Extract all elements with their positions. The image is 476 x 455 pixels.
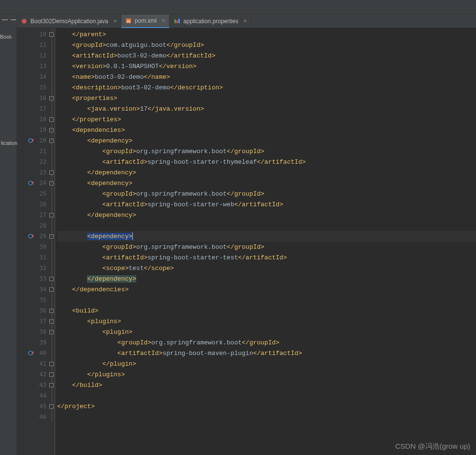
code-line[interactable]: </properties> [57,114,476,125]
code-line[interactable]: </project> [57,401,476,412]
code-line[interactable]: </dependency> [57,167,476,178]
code-line[interactable]: <artifactId>spring-boot-starter-test</ar… [57,252,476,263]
svg-text:m: m [127,19,130,24]
svg-point-9 [29,351,32,355]
fold-collapse-icon[interactable]: − [49,128,54,132]
dependency-marker-icon[interactable] [28,137,35,144]
svg-point-6 [29,139,32,142]
line-number: 17 [17,103,48,114]
code-line[interactable]: </dependency> [57,273,476,284]
fold-cell: − [48,231,55,242]
line-number: 45 [17,401,48,412]
close-icon[interactable]: ✕ [113,18,117,24]
xml-tag: </dependencies> [72,286,129,293]
code-line[interactable]: <groupId>org.springframework.boot</group… [57,188,476,199]
xml-tag: <artifactId> [102,254,148,261]
code-line[interactable]: <groupId>com.atguigu.boot</groupId> [57,40,476,50]
fold-cell [48,40,55,50]
code-line[interactable]: <dependency> [57,178,476,188]
fold-collapse-icon[interactable]: − [49,139,54,143]
xml-text: 0.0.1-SNAPSHOT [106,63,159,70]
code-line[interactable] [57,390,476,401]
fold-collapse-icon[interactable]: − [49,330,54,334]
code-line[interactable]: <plugin> [57,327,476,337]
xml-tag: </scope> [144,265,173,272]
code-line[interactable]: </plugin> [57,358,476,369]
tab-application-properties[interactable]: application.properties✕ [170,14,251,28]
fold-cell: − [48,135,55,146]
line-number: 33 [17,273,48,284]
code-line[interactable]: <groupId>org.springframework.boot</group… [57,242,476,252]
line-number: 12 [17,50,48,61]
code-line[interactable]: <artifactId>boot3-02-demo</artifactId> [57,50,476,61]
code-line[interactable] [57,412,476,422]
line-number: 19 [17,125,48,135]
line-number: 41 [17,358,48,369]
code-line[interactable]: <name>boot3-02-demo</name> [57,71,476,82]
fold-collapse-icon[interactable]: − [49,319,54,324]
xml-tag: </groupId> [166,42,204,49]
code-line[interactable] [57,220,476,231]
code-line[interactable]: <groupId>org.springframework.boot</group… [57,146,476,156]
xml-tag: <version> [72,63,106,70]
line-number: 20 [17,135,48,146]
close-icon[interactable]: ✕ [161,18,165,23]
line-number: 14 [17,71,48,82]
code-line[interactable]: <scope>test</scope> [57,263,476,273]
tab-pom-xml[interactable]: mpom.xml✕ [121,14,170,28]
code-line[interactable] [57,295,476,305]
fold-end-icon [49,213,54,217]
dependency-marker-icon[interactable] [28,350,35,356]
code-line[interactable]: <groupId>org.springframework.boot</group… [57,337,476,348]
code-line[interactable]: </parent> [57,29,476,40]
line-number: 37 [17,316,48,327]
xml-text: org.springframework.boot [151,339,242,346]
fold-collapse-icon[interactable]: − [49,234,54,239]
code-line[interactable]: <java.version>17</java.version> [57,103,476,114]
xml-text: boot3-02-demo [117,52,166,59]
xml-tag: <name> [72,73,95,81]
line-number: 35 [17,295,48,305]
xml-tag: <groupId> [117,339,151,346]
code-line[interactable]: <properties> [57,93,476,103]
dependency-marker-icon[interactable] [28,233,35,240]
xml-tag: <groupId> [72,42,106,49]
code-line[interactable]: <dependency> [57,135,476,146]
close-icon[interactable]: ✕ [243,18,247,24]
fold-collapse-icon[interactable]: − [49,96,54,100]
xml-tag: </dependency> [87,212,136,219]
line-number: 46 [17,412,48,422]
toolbar-icons[interactable] [2,19,16,20]
fold-collapse-icon[interactable]: − [49,309,54,313]
maven-file-icon: m [125,17,132,24]
code-line[interactable]: <version>0.0.1-SNAPSHOT</version> [57,61,476,71]
code-line[interactable]: <dependencies> [57,125,476,135]
xml-tag: </description> [170,84,223,91]
svg-rect-5 [178,19,180,23]
code-line[interactable]: <dependency> [57,231,476,242]
window-titlebar [0,0,476,14]
xml-tag: <dependencies> [72,127,125,134]
fold-end-icon [49,383,54,387]
code-line[interactable]: <artifactId>spring-boot-starter-thymelea… [57,156,476,167]
code-line[interactable]: </dependency> [57,210,476,220]
tab-Boot302DemoApplication-java[interactable]: Boot302DemoApplication.java✕ [17,14,121,28]
code-line[interactable]: <plugins> [57,316,476,327]
code-line[interactable]: <artifactId>spring-boot-maven-plugin</ar… [57,348,476,358]
code-line[interactable]: </plugins> [57,369,476,380]
code-line[interactable]: <artifactId>spring-boot-starter-web</art… [57,199,476,210]
fold-cell [48,242,55,252]
dependency-marker-icon[interactable] [28,180,35,186]
main-container: Boot- lication Boot302DemoApplication.ja… [0,14,476,455]
xml-tag: <dependency> [87,137,132,144]
code-line[interactable]: <description>boot3-02-demo</description> [57,82,476,93]
xml-text: spring-boot-maven-plugin [162,350,253,357]
code-line[interactable]: </dependencies> [57,284,476,295]
xml-text: com.atguigu.boot [106,42,166,49]
line-number: 42 [17,369,48,380]
code-line[interactable]: </build> [57,380,476,390]
xml-tag: </plugin> [102,360,136,368]
fold-collapse-icon[interactable]: − [49,181,54,185]
code-line[interactable]: <build> [57,305,476,316]
code-content[interactable]: </parent> <groupId>com.atguigu.boot</gro… [55,28,476,455]
